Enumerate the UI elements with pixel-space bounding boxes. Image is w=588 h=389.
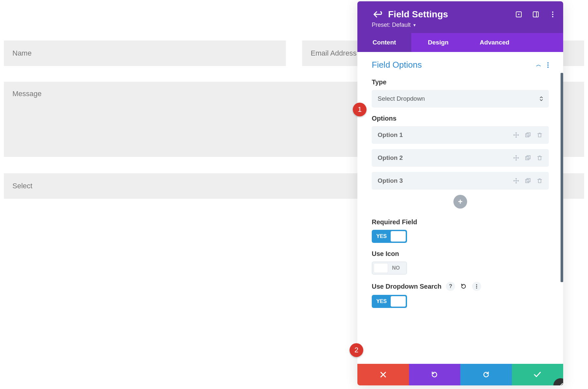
option-actions bbox=[513, 178, 543, 184]
panel-footer bbox=[357, 364, 563, 385]
callout-badge-1: 1 bbox=[353, 103, 367, 116]
option-actions bbox=[513, 132, 543, 138]
svg-rect-14 bbox=[526, 179, 529, 183]
add-option-button[interactable]: + bbox=[453, 195, 467, 209]
options-label: Options bbox=[372, 115, 549, 122]
cancel-button[interactable] bbox=[357, 364, 409, 385]
back-icon[interactable] bbox=[372, 9, 384, 19]
duplicate-icon[interactable] bbox=[525, 132, 531, 138]
option-label: Option 1 bbox=[378, 131, 403, 139]
option-label: Option 2 bbox=[378, 154, 403, 161]
option-row[interactable]: Option 2 bbox=[372, 149, 549, 167]
type-select[interactable]: Select Dropdown bbox=[372, 90, 549, 108]
duplicate-icon[interactable] bbox=[525, 178, 531, 184]
tab-design[interactable]: Design bbox=[411, 33, 465, 52]
panel-title: Field Settings bbox=[388, 9, 448, 20]
toggle-value: NO bbox=[392, 265, 400, 271]
panel-body-wrap: Field Options ︿ Type Select Dropdown Opt… bbox=[357, 52, 563, 364]
use-icon-toggle[interactable]: NO bbox=[372, 262, 407, 275]
svg-rect-11 bbox=[527, 133, 530, 136]
section-title: Field Options bbox=[372, 60, 422, 70]
panel-header-icons bbox=[515, 10, 557, 18]
more-icon[interactable] bbox=[549, 10, 557, 18]
layout-icon[interactable] bbox=[532, 10, 540, 18]
panel-scrollbar[interactable] bbox=[561, 73, 563, 282]
section-more-icon[interactable] bbox=[547, 62, 549, 68]
select-caret-icon bbox=[540, 96, 543, 101]
svg-point-9 bbox=[547, 66, 549, 68]
label-more-icon[interactable] bbox=[472, 282, 481, 291]
panel-body[interactable]: Field Options ︿ Type Select Dropdown Opt… bbox=[357, 52, 563, 364]
chevron-up-icon[interactable]: ︿ bbox=[536, 61, 541, 68]
tab-content[interactable]: Content bbox=[357, 33, 411, 52]
svg-point-7 bbox=[547, 62, 549, 63]
redo-button[interactable] bbox=[460, 364, 512, 385]
svg-point-16 bbox=[476, 284, 477, 285]
required-toggle[interactable]: YES bbox=[372, 230, 407, 243]
reset-icon[interactable] bbox=[460, 282, 467, 290]
panel-header: Field Settings Preset: Default ▼ bbox=[357, 1, 563, 33]
tab-advanced[interactable]: Advanced bbox=[465, 33, 524, 52]
option-row[interactable]: Option 3 bbox=[372, 172, 549, 190]
svg-rect-15 bbox=[527, 178, 530, 182]
svg-point-1 bbox=[518, 14, 519, 15]
svg-point-8 bbox=[547, 64, 549, 66]
move-icon[interactable] bbox=[513, 155, 519, 161]
move-icon[interactable] bbox=[513, 132, 519, 138]
dropdown-search-label-row: Use Dropdown Search ? bbox=[372, 282, 549, 291]
toggle-value: YES bbox=[376, 233, 387, 239]
svg-rect-12 bbox=[526, 157, 529, 160]
type-select-value: Select Dropdown bbox=[378, 95, 425, 102]
required-label: Required Field bbox=[372, 218, 549, 226]
section-field-options[interactable]: Field Options ︿ bbox=[372, 60, 549, 70]
toggle-knob bbox=[374, 263, 388, 273]
trash-icon[interactable] bbox=[536, 155, 543, 161]
panel-tabs: Content Design Advanced bbox=[357, 33, 563, 52]
toggle-knob bbox=[391, 231, 406, 242]
trash-icon[interactable] bbox=[536, 132, 543, 138]
preset-label: Preset: Default bbox=[372, 22, 411, 28]
name-field[interactable] bbox=[4, 41, 286, 66]
move-icon[interactable] bbox=[513, 178, 519, 184]
svg-rect-13 bbox=[527, 156, 530, 159]
callout-badge-2: 2 bbox=[350, 343, 363, 357]
svg-point-18 bbox=[476, 287, 477, 288]
svg-point-6 bbox=[552, 16, 553, 17]
dropdown-search-toggle[interactable]: YES bbox=[372, 295, 407, 308]
use-icon-label: Use Icon bbox=[372, 250, 549, 258]
option-label: Option 3 bbox=[378, 177, 403, 184]
toggle-value: YES bbox=[376, 298, 387, 304]
svg-rect-2 bbox=[533, 12, 538, 17]
field-settings-panel: Field Settings Preset: Default ▼ Content… bbox=[357, 1, 563, 385]
toggle-knob bbox=[391, 296, 406, 307]
option-row[interactable]: Option 1 bbox=[372, 126, 549, 144]
svg-point-5 bbox=[552, 14, 553, 15]
svg-point-17 bbox=[476, 286, 477, 287]
option-actions bbox=[513, 155, 543, 161]
svg-point-4 bbox=[552, 11, 553, 13]
undo-button[interactable] bbox=[409, 364, 461, 385]
expand-icon[interactable] bbox=[515, 10, 523, 18]
type-label: Type bbox=[372, 78, 549, 86]
trash-icon[interactable] bbox=[536, 178, 543, 184]
duplicate-icon[interactable] bbox=[525, 155, 531, 161]
dropdown-search-label: Use Dropdown Search bbox=[372, 283, 441, 290]
chevron-down-icon: ▼ bbox=[413, 23, 416, 27]
help-icon[interactable]: ? bbox=[446, 282, 455, 291]
svg-rect-10 bbox=[526, 134, 529, 137]
preset-selector[interactable]: Preset: Default ▼ bbox=[372, 22, 416, 28]
